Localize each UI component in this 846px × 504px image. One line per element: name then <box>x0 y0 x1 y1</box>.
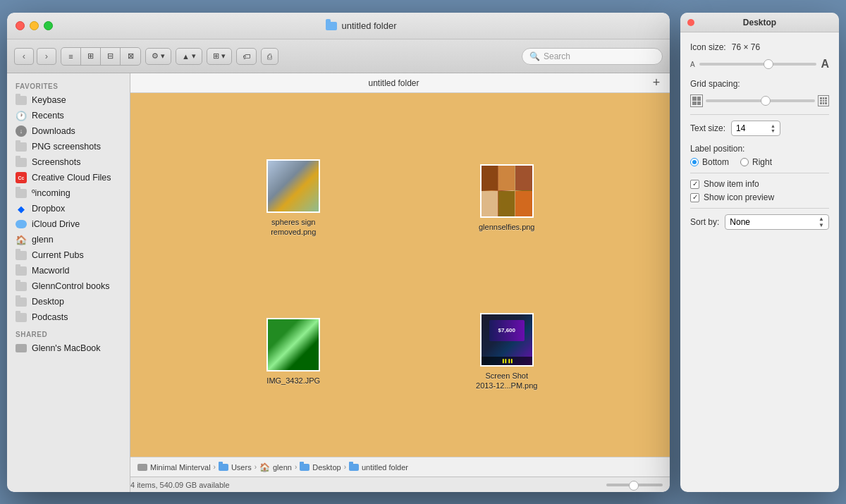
grid-spacing-slider-row <box>690 94 829 107</box>
radio-bottom-label: Bottom <box>702 157 729 167</box>
show-item-info-checkbox[interactable]: ✓ <box>690 180 699 189</box>
icon-size-slider[interactable] <box>699 63 817 66</box>
view-gallery-btn[interactable]: ⊠ <box>121 48 140 65</box>
sidebar-item-dropbox[interactable]: ◆ Dropbox <box>7 201 130 216</box>
file-label: spheres sign removed.png <box>271 217 316 238</box>
sidebar-item-desktop[interactable]: Desktop <box>7 294 130 309</box>
sidebar-item-macworld[interactable]: Macworld <box>7 263 130 278</box>
breadcrumb-arrow: › <box>344 463 346 471</box>
zoom-slider[interactable] <box>606 484 663 486</box>
file-item-screenshot[interactable]: $7,600 ▐▐ ▐▐ Screen Shot 2013-12...PM.pn… <box>400 275 614 429</box>
breadcrumb-bar: Minimal Minterval › Users › 🏠 glenn › <box>130 457 670 477</box>
home-icon: 🏠 <box>16 234 27 245</box>
panel-title: Desktop <box>743 18 776 27</box>
file-item-selfies[interactable]: glennselfies.png <box>400 121 614 275</box>
grid-spacing-slider[interactable] <box>706 99 815 102</box>
divider3 <box>690 208 829 209</box>
file-item-img3432[interactable]: IMG_3432.JPG <box>187 275 400 429</box>
sidebar-item-png-screenshots[interactable]: PNG screenshots <box>7 139 130 154</box>
panel-title-bar: Desktop <box>680 13 839 32</box>
grid-icon-dense <box>690 94 703 107</box>
radio-bottom[interactable]: Bottom <box>690 157 729 167</box>
sidebar-item-podcasts[interactable]: Podcasts <box>7 309 130 325</box>
sidebar-item-icloud[interactable]: iCloud Drive <box>7 216 130 232</box>
sort-by-select[interactable]: None ▲ ▼ <box>725 214 829 230</box>
breadcrumb-text: glenn <box>273 463 292 472</box>
sidebar-item-current-pubs[interactable]: Current Pubs <box>7 247 130 263</box>
sidebar-item-glenn[interactable]: 🏠 glenn <box>7 232 130 247</box>
sidebar-item-incoming[interactable]: ºincoming <box>7 185 130 201</box>
window-title: untitled folder <box>61 20 661 31</box>
icloud-icon <box>16 219 27 230</box>
share-button[interactable]: ▲▾ <box>176 48 202 65</box>
radio-right[interactable]: Right <box>740 157 772 167</box>
sort-select-arrows-icon: ▲ ▼ <box>819 216 824 228</box>
view-icon-btn[interactable]: ⊞ <box>81 48 101 65</box>
share2-button[interactable]: ⎙ <box>261 48 278 65</box>
desktop-panel: Desktop Icon size: 76 × 76 A A Grid spac… <box>680 13 839 492</box>
grid-icon-sparse <box>818 95 829 106</box>
breadcrumb-arrow: › <box>255 463 257 471</box>
home-icon: 🏠 <box>259 462 270 472</box>
forward-button[interactable]: › <box>37 48 56 65</box>
folder-icon <box>219 464 228 471</box>
file-thumbnail-spheres <box>266 159 320 213</box>
show-icon-preview-row[interactable]: ✓ Show icon preview <box>690 192 829 202</box>
sidebar-item-keybase[interactable]: Keybase <box>7 92 130 108</box>
recents-icon: 🕐 <box>16 110 27 121</box>
sort-by-row: Sort by: None ▲ ▼ <box>690 214 829 230</box>
downloads-icon: ↓ <box>16 125 27 137</box>
close-button[interactable] <box>16 21 25 30</box>
sidebar: Favorites Keybase 🕐 Recents ↓ Downlo <box>7 73 130 492</box>
folder-icon <box>16 188 27 199</box>
file-item-spheres[interactable]: spheres sign removed.png <box>187 121 400 275</box>
search-placeholder: Search <box>544 51 570 61</box>
panel-close-button[interactable] <box>687 19 694 26</box>
icon-size-value: 76 × 76 <box>732 42 760 52</box>
folder-icon <box>326 22 337 30</box>
file-label: IMG_3432.JPG <box>266 376 320 386</box>
sidebar-item-screenshots[interactable]: Screenshots <box>7 154 130 170</box>
breadcrumb-text: Users <box>231 463 252 472</box>
view-list-btn[interactable]: ≡ <box>61 48 81 65</box>
text-size-value: 14 <box>736 123 745 133</box>
folder-icon <box>16 265 27 276</box>
sidebar-item-glenns-macbook[interactable]: Glenn's MacBook <box>7 340 130 356</box>
icon-size-small-label: A <box>690 61 695 68</box>
folder-icon <box>300 464 309 471</box>
sort-by-label: Sort by: <box>690 217 719 227</box>
folder-icon <box>349 464 359 471</box>
sidebar-item-creative-cloud[interactable]: Cc Creative Cloud Files <box>7 170 130 185</box>
sidebar-item-downloads[interactable]: ↓ Downloads <box>7 123 130 139</box>
dropbox-icon: ◆ <box>16 203 27 214</box>
view-toggle: ≡ ⊞ ⊟ ⊠ <box>61 47 141 66</box>
add-tag-button[interactable]: 🏷 <box>236 48 257 65</box>
maximize-button[interactable] <box>44 21 53 30</box>
add-folder-button[interactable]: + <box>650 77 663 90</box>
sort-by-value: None <box>730 217 819 227</box>
back-button[interactable]: ‹ <box>14 48 34 65</box>
panel-content: Icon size: 76 × 76 A A Grid spacing: <box>680 32 839 492</box>
view-columns-btn[interactable]: ⊟ <box>101 48 121 65</box>
minimize-button[interactable] <box>30 21 39 30</box>
show-icon-preview-checkbox[interactable]: ✓ <box>690 193 699 202</box>
radio-circle-bottom <box>690 158 699 166</box>
text-size-select[interactable]: 14 ▲ ▼ <box>731 121 780 136</box>
icon-size-slider-row: A A <box>690 58 829 70</box>
view-options-button[interactable]: ⊞▾ <box>207 48 232 65</box>
breadcrumb-text: untitled folder <box>362 463 408 472</box>
traffic-lights <box>16 21 53 30</box>
icon-size-label: Icon size: <box>690 42 726 52</box>
sidebar-item-glenncontrol[interactable]: GlennControl books <box>7 278 130 294</box>
divider <box>690 114 829 115</box>
file-thumbnail-selfies <box>480 164 534 218</box>
select-arrows-icon: ▲ ▼ <box>771 123 776 133</box>
sidebar-item-recents[interactable]: 🕐 Recents <box>7 108 130 123</box>
breadcrumb-text: Desktop <box>312 463 341 472</box>
file-area: spheres sign removed.png <box>130 93 670 457</box>
action-button[interactable]: ⚙▾ <box>145 48 171 65</box>
favorites-label: Favorites <box>7 77 130 92</box>
search-bar[interactable]: 🔍 Search <box>522 48 663 65</box>
folder-icon <box>16 156 27 168</box>
show-item-info-row[interactable]: ✓ Show item info <box>690 179 829 189</box>
